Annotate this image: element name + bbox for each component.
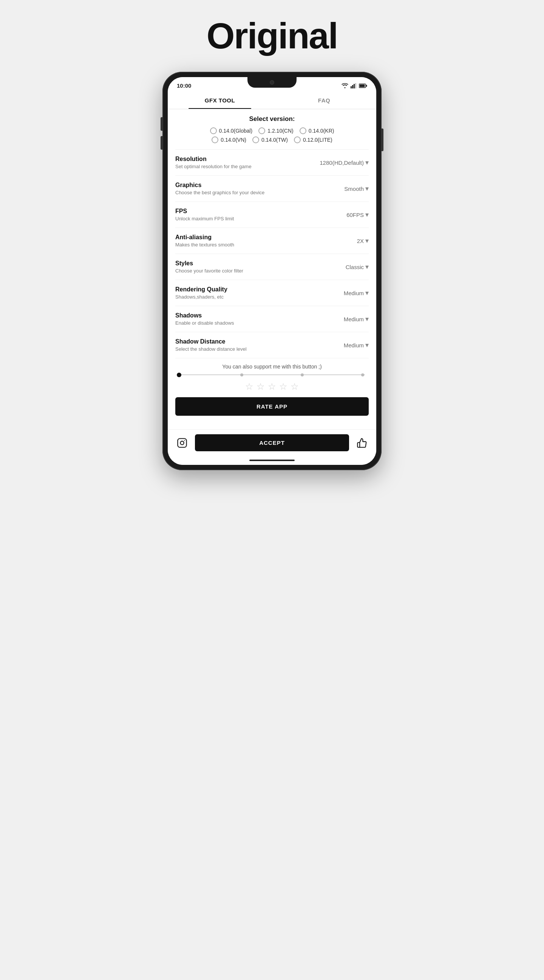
star-1[interactable]: ☆ <box>245 381 254 392</box>
version-label-vn: 0.14.0(VN) <box>220 137 246 143</box>
setting-row-shadows: Shadows Enable or disable shadows Medium… <box>175 306 369 332</box>
rendering-dropdown-icon: ▾ <box>365 289 369 297</box>
version-option-global[interactable]: 0.14.0(Global) <box>210 127 253 134</box>
version-option-vn[interactable]: 0.14.0(VN) <box>211 137 246 143</box>
setting-control-fps[interactable]: 60FPS ▾ <box>346 210 369 219</box>
accept-button[interactable]: ACCEPT <box>195 434 349 451</box>
setting-control-shadows[interactable]: Medium ▾ <box>344 315 369 323</box>
version-option-lite[interactable]: 0.12.0(LITE) <box>294 137 332 143</box>
star-3[interactable]: ☆ <box>268 381 276 392</box>
setting-control-graphics[interactable]: Smooth ▾ <box>344 185 369 193</box>
version-title: Select version: <box>175 115 369 123</box>
svg-rect-1 <box>352 85 353 88</box>
version-row-1: 0.14.0(Global) 1.2.10(CN) 0.14.0(KR) <box>175 127 369 134</box>
setting-row-shadow-distance: Shadow Distance Select the shadow distan… <box>175 332 369 358</box>
camera-dot <box>270 80 274 85</box>
version-label-lite: 0.12.0(LITE) <box>303 137 332 143</box>
phone-screen: 10:00 <box>168 77 376 465</box>
version-label-kr: 0.14.0(KR) <box>309 128 334 134</box>
radio-global[interactable] <box>210 127 217 134</box>
signal-icon <box>351 83 357 88</box>
resolution-dropdown-icon: ▾ <box>365 158 369 167</box>
slider-dots <box>179 374 365 376</box>
antialiasing-dropdown-icon: ▾ <box>365 237 369 245</box>
instagram-button[interactable] <box>174 434 190 451</box>
setting-info-styles: Styles Choose your favorite color filter <box>175 260 346 274</box>
setting-control-resolution[interactable]: 1280(HD,Default) ▾ <box>320 158 369 167</box>
setting-desc-shadows: Enable or disable shadows <box>175 320 344 326</box>
thumbsup-icon <box>357 438 367 448</box>
setting-desc-resolution: Set optimal resolution for the game <box>175 164 320 169</box>
setting-row-styles: Styles Choose your favorite color filter… <box>175 254 369 280</box>
setting-name-fps: FPS <box>175 208 346 215</box>
version-row-2: 0.14.0(VN) 0.14.0(TW) 0.12.0(LITE) <box>175 137 369 143</box>
side-buttons-right <box>382 129 384 151</box>
setting-info-rendering: Rendering Quality Shadows,shaders, etc <box>175 286 344 300</box>
resolution-value: 1280(HD,Default) <box>320 159 364 166</box>
setting-desc-antialiasing: Makes the textures smooth <box>175 242 357 248</box>
setting-info-antialiasing: Anti-aliasing Makes the textures smooth <box>175 234 357 248</box>
version-option-tw[interactable]: 0.14.0(TW) <box>252 137 288 143</box>
power-button <box>382 129 384 151</box>
setting-info-fps: FPS Unlock maximum FPS limit <box>175 208 346 221</box>
star-5[interactable]: ☆ <box>290 381 299 392</box>
page-title: Original <box>207 15 338 57</box>
radio-lite[interactable] <box>294 137 301 143</box>
version-option-cn[interactable]: 1.2.10(CN) <box>259 127 293 134</box>
shadow-distance-value: Medium <box>344 342 364 348</box>
radio-cn[interactable] <box>259 127 265 134</box>
svg-rect-5 <box>360 84 365 87</box>
volume-up-button <box>160 117 162 131</box>
fps-value: 60FPS <box>346 212 364 218</box>
instagram-icon <box>177 438 187 448</box>
graphics-dropdown-icon: ▾ <box>365 185 369 193</box>
setting-name-graphics: Graphics <box>175 182 344 189</box>
setting-control-antialiasing[interactable]: 2X ▾ <box>357 237 369 245</box>
star-4[interactable]: ☆ <box>279 381 287 392</box>
styles-dropdown-icon: ▾ <box>365 262 369 271</box>
antialiasing-value: 2X <box>357 238 364 244</box>
radio-vn[interactable] <box>211 137 218 143</box>
status-time: 10:00 <box>177 83 191 89</box>
home-bar <box>249 460 295 461</box>
setting-info-shadows: Shadows Enable or disable shadows <box>175 312 344 326</box>
setting-control-styles[interactable]: Classic ▾ <box>346 262 369 271</box>
radio-kr[interactable] <box>300 127 306 134</box>
rendering-value: Medium <box>344 290 364 296</box>
setting-desc-styles: Choose your favorite color filter <box>175 268 346 274</box>
stars-container[interactable]: ☆ ☆ ☆ ☆ ☆ <box>175 381 369 392</box>
battery-icon <box>359 84 367 88</box>
thumbsup-button[interactable] <box>354 434 370 451</box>
setting-control-rendering[interactable]: Medium ▾ <box>344 289 369 297</box>
svg-rect-7 <box>178 438 186 447</box>
side-buttons-left <box>160 117 162 150</box>
setting-desc-fps: Unlock maximum FPS limit <box>175 216 346 221</box>
status-icons <box>341 83 367 88</box>
setting-name-shadows: Shadows <box>175 312 344 319</box>
setting-name-resolution: Resolution <box>175 156 320 162</box>
setting-desc-shadow-distance: Select the shadow distance level <box>175 346 344 352</box>
main-content: Select version: 0.14.0(Global) 1.2.10(CN… <box>168 109 376 430</box>
status-bar: 10:00 <box>168 77 376 92</box>
radio-tw[interactable] <box>252 137 259 143</box>
tab-faq[interactable]: FAQ <box>272 92 376 109</box>
setting-control-shadow-distance[interactable]: Medium ▾ <box>344 341 369 349</box>
slider-dot-2 <box>240 374 243 376</box>
shadows-value: Medium <box>344 316 364 322</box>
rate-app-button[interactable]: RATE APP <box>175 397 369 416</box>
version-label-tw: 0.14.0(TW) <box>262 137 288 143</box>
star-2[interactable]: ☆ <box>257 381 265 392</box>
tab-gfx-tool[interactable]: GFX TOOL <box>168 92 272 109</box>
volume-down-button <box>160 136 162 150</box>
graphics-value: Smooth <box>344 186 364 192</box>
version-option-kr[interactable]: 0.14.0(KR) <box>300 127 334 134</box>
setting-row-rendering: Rendering Quality Shadows,shaders, etc M… <box>175 280 369 306</box>
setting-desc-rendering: Shadows,shaders, etc <box>175 294 344 300</box>
slider-track[interactable] <box>179 374 365 375</box>
slider-container[interactable] <box>175 374 369 375</box>
setting-row-graphics: Graphics Choose the best graphics for yo… <box>175 175 369 202</box>
svg-rect-6 <box>366 85 367 86</box>
setting-name-rendering: Rendering Quality <box>175 286 344 293</box>
svg-rect-3 <box>355 83 356 88</box>
svg-rect-0 <box>351 86 352 88</box>
